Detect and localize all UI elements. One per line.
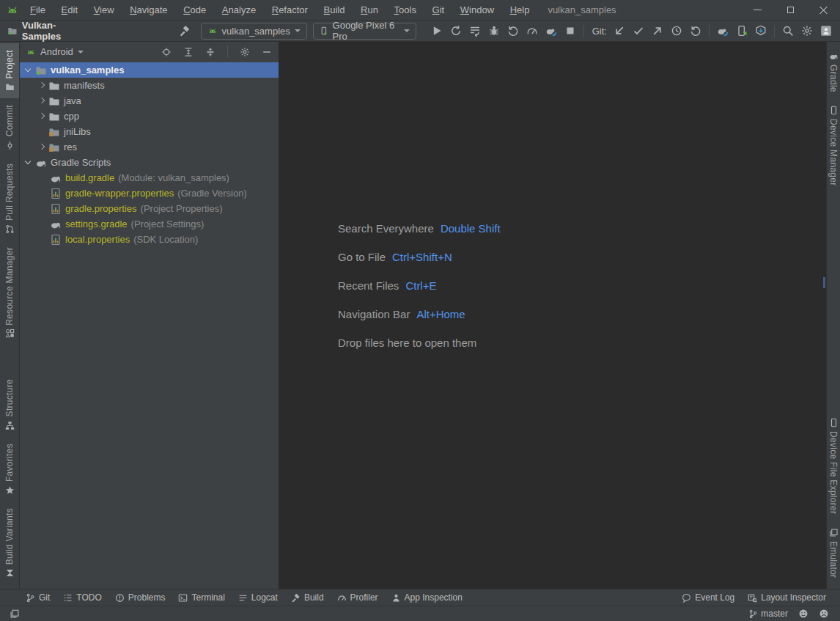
menu-build[interactable]: Build [317,1,352,18]
shapes-icon [5,328,15,338]
tool-tab-resource-manager[interactable]: Resource Manager [0,240,19,345]
tree-item-manifests[interactable]: manifests [20,78,279,93]
maximize-button[interactable] [774,0,807,21]
project-view-selector[interactable]: Android [40,46,73,57]
menu-refactor[interactable]: Refactor [265,1,314,18]
run-button[interactable] [427,22,446,40]
menu-git[interactable]: Git [426,1,452,18]
stop-button[interactable] [561,22,580,40]
attach-debugger-button[interactable] [504,22,523,40]
git-history-button[interactable] [667,22,686,40]
debug-button[interactable] [485,22,504,40]
git-rollback-button[interactable] [686,22,705,40]
close-button[interactable] [807,0,840,21]
profiler-button[interactable] [523,22,542,40]
profile-app-button[interactable] [542,22,561,40]
search-everywhere-button[interactable] [778,22,797,40]
menu-run[interactable]: Run [354,1,385,18]
tool-tab-pull-requests[interactable]: Pull Requests [0,157,19,240]
git-commit-button[interactable] [629,22,648,40]
tool-tab-device-manager[interactable]: Device Manager [827,99,840,193]
expand-all-button[interactable] [180,44,197,60]
menu-view[interactable]: View [87,1,121,18]
tool-tab-emulator[interactable]: Emulator [827,521,840,584]
select-opened-file-button[interactable] [158,44,175,60]
device-manager-button[interactable] [732,22,751,40]
toggle-tool-window-bars-button[interactable] [4,606,25,621]
bug-arrow-icon [545,25,557,37]
feedback-positive-button[interactable] [793,606,814,621]
project-panel-header: Android [20,42,279,62]
panel-settings-button[interactable] [236,44,254,60]
menu-tools[interactable]: Tools [388,1,423,18]
tree-item-root[interactable]: vulkan_samples [20,62,279,78]
layers-icon [5,568,15,578]
chevron-right-icon[interactable] [35,141,48,154]
tool-tab-favorites[interactable]: Favorites [0,437,19,501]
tree-item-sublabel: (Gradle Version) [177,188,247,199]
sdk-manager-button[interactable] [751,22,770,40]
run-configuration-select[interactable]: vulkan_samples [201,23,307,40]
tool-tab-event-log[interactable]: Event Log [675,591,741,604]
menu-file[interactable]: File [23,1,52,18]
tool-tab-build[interactable]: Build [284,591,331,604]
feedback-negative-button[interactable] [814,606,834,621]
tool-tab-structure[interactable]: Structure [0,372,19,436]
tree-item-java[interactable]: java [20,93,279,109]
tree-item-local-properties[interactable]: local.properties (SDK Location) [20,232,279,247]
menu-navigate[interactable]: Navigate [123,1,174,18]
tool-tab-app-inspection[interactable]: App Inspection [385,591,469,604]
menu-analyze[interactable]: Analyze [215,1,262,18]
menu-window[interactable]: Window [454,1,501,18]
menu-help[interactable]: Help [504,1,537,18]
hide-panel-button[interactable] [258,44,276,60]
tool-tab-git[interactable]: Git [19,591,56,604]
tool-tab-terminal[interactable]: Terminal [172,591,231,604]
git-update-button[interactable] [610,22,629,40]
tree-item-gradle-scripts[interactable]: Gradle Scripts [20,155,279,170]
tool-tab-logcat[interactable]: Logcat [232,591,284,604]
chevron-down-icon[interactable] [22,156,35,169]
minimize-button[interactable] [741,0,774,21]
tree-item-gradle-properties[interactable]: gradle.properties (Project Properties) [20,201,279,216]
profile-avatar-button[interactable] [817,22,836,40]
tool-tab-project[interactable]: Project [0,43,19,98]
shortcut-keys: Double Shift [441,222,501,235]
chevron-down-icon[interactable] [22,64,35,77]
tool-tab-todo[interactable]: TODO [56,591,108,604]
tree-item-res[interactable]: res [20,139,279,155]
tree-item-jnilibs[interactable]: jniLibs [20,124,279,139]
tree-item-gradle-wrapper-properties[interactable]: gradle-wrapper.properties (Gradle Versio… [20,185,279,201]
tree-item-build-gradle[interactable]: build.gradle (Module: vulkan_samples) [20,170,279,185]
tree-item-settings-gradle[interactable]: settings.gradle (Project Settings) [20,216,279,232]
gradle-file-icon [50,172,62,184]
tool-tab-problems[interactable]: Problems [108,591,172,604]
sync-gradle-button[interactable] [713,22,732,40]
settings-button[interactable] [797,22,817,40]
device-select[interactable]: Google Pixel 6 Pro [313,23,416,40]
android-studio-logo-icon [6,4,19,17]
apply-changes-button[interactable] [446,22,465,40]
tool-tab-device-file-explorer[interactable]: Device File Explorer [827,411,840,521]
tool-tab-build-variants[interactable]: Build Variants [0,501,19,584]
tree-item-cpp[interactable]: cpp [20,109,279,124]
tool-tab-profiler[interactable]: Profiler [331,591,385,604]
build-project-button[interactable] [175,22,194,40]
tree-item-label: jniLibs [64,126,91,137]
chevron-right-icon[interactable] [35,79,48,92]
tool-tab-commit[interactable]: Commit [0,98,19,156]
logcat-lines-icon [238,593,248,603]
menu-edit[interactable]: Edit [55,1,84,18]
tool-tab-layout-inspector[interactable]: Layout Inspector [741,591,833,604]
chevron-right-icon[interactable] [35,110,48,123]
collapse-all-button[interactable] [202,44,219,60]
tool-tab-gradle[interactable]: Gradle [827,45,840,99]
apply-code-changes-button[interactable] [465,22,485,40]
git-branch-widget[interactable]: master [743,606,793,621]
git-push-button[interactable] [648,22,667,40]
chevron-right-icon[interactable] [35,95,48,108]
chevron-down-icon[interactable] [78,51,84,54]
chevron-down-icon [404,29,410,32]
phone-play-icon [736,25,748,37]
menu-code[interactable]: Code [177,1,213,18]
